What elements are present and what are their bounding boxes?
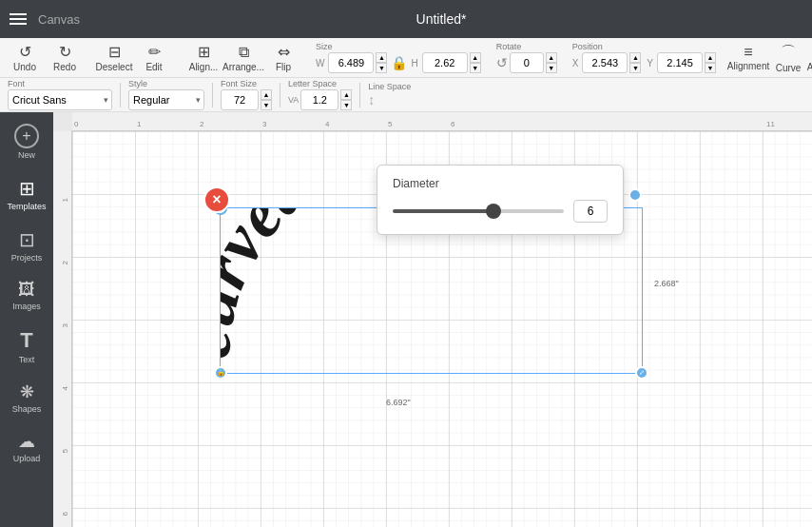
redo-button[interactable]: ↻ Redo — [48, 39, 82, 76]
diameter-title: Diameter — [393, 177, 608, 190]
diameter-value-input[interactable]: 6 — [573, 200, 608, 223]
x-label: X — [572, 58, 579, 68]
rotate-up[interactable]: ▲ — [546, 52, 557, 63]
ruler-mark: 6 — [61, 512, 69, 516]
fontsize-up[interactable]: ▲ — [261, 89, 272, 100]
rotate-icon: ↺ — [496, 55, 508, 70]
sidebar-item-text[interactable]: T Text — [2, 321, 51, 372]
font-divider-2 — [212, 83, 213, 107]
fontsize-down[interactable]: ▼ — [261, 100, 272, 110]
flip-button[interactable]: ⇔ Flip — [266, 39, 300, 76]
ls-up[interactable]: ▲ — [340, 89, 352, 100]
size-field: Size W 6.489 ▲▼ 🔒 H 2.62 ▲▼ — [316, 42, 481, 73]
ruler-mark: 3 — [61, 323, 69, 327]
align-button[interactable]: ⊞ Align... — [186, 39, 221, 76]
height-input[interactable]: 2.62 — [422, 52, 468, 73]
canvas-label: Canvas — [38, 12, 80, 27]
ruler-mark: 11 — [766, 120, 775, 128]
font-select[interactable]: Cricut Sans — [8, 89, 112, 110]
dim-bottom-label: 6.692" — [386, 398, 411, 407]
deselect-button[interactable]: ⊟ Deselect — [97, 39, 131, 76]
y-up[interactable]: ▲ — [705, 52, 716, 63]
font-toolbar: Font Cricut Sans Style Regular Font Size… — [0, 78, 812, 112]
font-divider-3 — [280, 83, 280, 107]
y-down[interactable]: ▼ — [705, 63, 716, 73]
ruler-mark: 2 — [200, 120, 203, 128]
lock-icon: 🔒 — [391, 55, 407, 70]
sidebar-item-upload[interactable]: ☁ Upload — [2, 423, 51, 471]
top-bar: Canvas Untitled* — [0, 0, 812, 38]
hamburger-menu[interactable] — [10, 13, 27, 25]
canvas-grid: curved text 🔒 ⤢ — [72, 131, 812, 527]
undo-icon: ↺ — [19, 43, 31, 61]
width-up[interactable]: ▲ — [376, 52, 387, 63]
font-field: Font Cricut Sans — [8, 79, 112, 110]
rotate-input[interactable]: 0 — [510, 52, 544, 73]
font-size-field: Font Size 72 ▲▼ — [221, 79, 272, 110]
font-divider-4 — [359, 83, 360, 107]
rotate-field: Rotate ↺ 0 ▲▼ — [496, 42, 557, 73]
rotate-handle[interactable] — [628, 188, 642, 202]
alignment-icon: ≡ — [744, 44, 752, 61]
deselect-icon: ⊟ — [108, 43, 121, 61]
shapes-icon: ❋ — [20, 381, 34, 402]
rotate-down[interactable]: ▼ — [546, 63, 557, 73]
sidebar-item-shapes[interactable]: ❋ Shapes — [2, 374, 51, 421]
ruler-mark: 5 — [388, 120, 392, 128]
va-label: VA — [288, 95, 299, 105]
ruler-mark: 6 — [451, 120, 454, 128]
height-down[interactable]: ▼ — [470, 63, 481, 73]
dim-right-label: 2.668" — [654, 279, 679, 288]
new-icon: + — [14, 124, 39, 148]
ls-down[interactable]: ▼ — [340, 100, 352, 110]
sidebar-item-new[interactable]: + New — [2, 116, 51, 167]
upload-icon: ☁ — [18, 431, 35, 452]
font-divider-1 — [120, 83, 121, 107]
x-up[interactable]: ▲ — [629, 52, 641, 63]
undo-button[interactable]: ↺ Undo — [8, 39, 42, 76]
edit-icon: ✏ — [148, 43, 161, 61]
sidebar-item-projects[interactable]: ⊡ Projects — [2, 221, 51, 270]
diameter-slider[interactable] — [393, 209, 564, 213]
handle-bl-lock[interactable]: 🔒 — [214, 366, 227, 380]
curve-button[interactable]: ⌒ Curve — [771, 39, 805, 77]
height-label: H — [411, 58, 417, 68]
sidebar-item-templates[interactable]: ⊞ Templates — [2, 169, 51, 219]
align-icon: ⊞ — [198, 43, 210, 61]
alignment-button[interactable]: ≡ Alignment — [731, 40, 765, 75]
x-icon: × — [212, 191, 221, 208]
width-down[interactable]: ▼ — [376, 63, 387, 73]
arrange-icon: ⧉ — [239, 44, 249, 61]
ruler-mark: 1 — [61, 198, 69, 202]
flip-icon: ⇔ — [278, 43, 290, 61]
document-title: Untitled* — [416, 11, 467, 27]
diameter-slider-row: 6 — [393, 200, 608, 223]
sidebar: + New ⊞ Templates ⊡ Projects 🖼 Images T … — [0, 112, 53, 527]
ruler-mark: 5 — [61, 449, 69, 453]
width-input[interactable]: 6.489 — [328, 52, 374, 73]
expand-icon: ⤢ — [639, 369, 645, 377]
text-icon: T — [20, 328, 32, 353]
line-space-icon: ↕ — [368, 92, 375, 107]
x-input[interactable]: 2.543 — [582, 52, 628, 73]
curve-icon: ⌒ — [781, 43, 796, 63]
diameter-popup: Diameter 6 — [377, 165, 624, 235]
edit-button[interactable]: ✏ Edit — [137, 39, 171, 76]
sidebar-item-images[interactable]: 🖼 Images — [2, 272, 51, 319]
x-down[interactable]: ▼ — [629, 63, 641, 73]
lock-small-icon: 🔒 — [217, 369, 225, 377]
font-size-input[interactable]: 72 — [221, 89, 259, 110]
style-select[interactable]: Regular — [128, 89, 204, 110]
ruler-mark: 0 — [74, 120, 78, 128]
canvas-area: 0 1 2 3 4 5 6 11 1 2 3 4 5 6 — [53, 112, 812, 527]
main-area: + New ⊞ Templates ⊡ Projects 🖼 Images T … — [0, 112, 812, 527]
ruler-mark: 1 — [137, 120, 141, 128]
delete-button[interactable]: × — [203, 186, 230, 213]
height-up[interactable]: ▲ — [470, 52, 481, 63]
ruler-vertical: 1 2 3 4 5 6 — [53, 131, 72, 527]
ruler-mark: 4 — [61, 386, 69, 390]
y-input[interactable]: 2.145 — [657, 52, 703, 73]
arrange-button[interactable]: ⧉ Arrange... — [226, 40, 261, 76]
handle-br-expand[interactable]: ⤢ — [635, 366, 648, 380]
letter-space-input[interactable]: 1.2 — [300, 89, 338, 110]
